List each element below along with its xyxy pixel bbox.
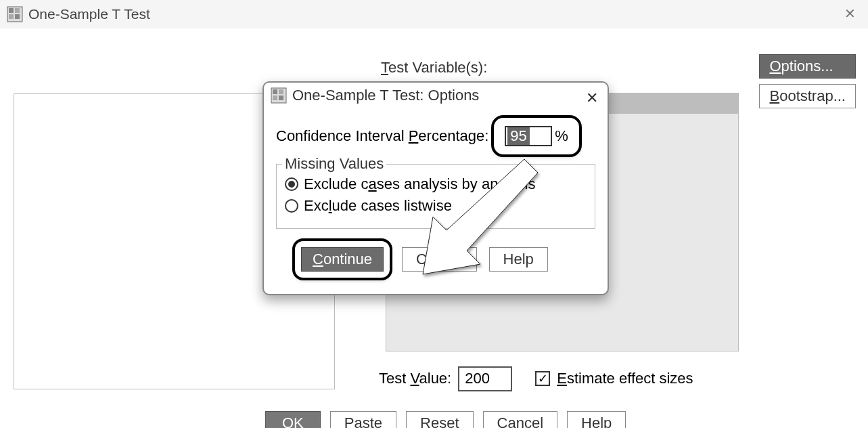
- spss-app-icon: [271, 87, 287, 104]
- test-variables-label: Test Variable(s):: [381, 59, 487, 77]
- options-dialog-title: One-Sample T Test: Options: [292, 87, 479, 104]
- main-window-title: One-Sample T Test: [28, 6, 150, 22]
- radio-icon: [285, 199, 298, 213]
- exclude-analysis-radio-row[interactable]: Exclude cases analysis by analysis: [285, 175, 587, 193]
- cancel-button[interactable]: Cancel: [483, 411, 557, 428]
- ok-button[interactable]: OK: [265, 411, 321, 428]
- options-titlebar: One-Sample T Test: Options ✕: [264, 83, 608, 108]
- svg-rect-2: [15, 8, 20, 13]
- close-icon[interactable]: ✕: [840, 5, 860, 22]
- options-dialog: One-Sample T Test: Options ✕ Confidence …: [262, 81, 609, 295]
- paste-button[interactable]: Paste: [330, 411, 396, 428]
- svg-rect-1: [9, 8, 14, 13]
- missing-values-legend: Missing Values: [282, 155, 386, 173]
- ci-label: Confidence Interval Percentage:: [276, 127, 488, 145]
- ci-percentage-input[interactable]: 95: [505, 126, 552, 146]
- svg-rect-11: [273, 89, 277, 94]
- options-help-button[interactable]: Help: [489, 247, 548, 272]
- estimate-effect-sizes-label: Estimate effect sizes: [557, 370, 693, 387]
- svg-rect-3: [9, 14, 14, 19]
- svg-rect-12: [279, 89, 283, 94]
- test-value-input[interactable]: 200: [458, 366, 512, 391]
- confidence-interval-row: Confidence Interval Percentage: 95 %: [276, 118, 595, 154]
- help-button[interactable]: Help: [567, 411, 626, 428]
- right-button-column: Options... Bootstrap...: [759, 54, 856, 108]
- continue-button-highlight: Continue: [295, 241, 390, 278]
- exclude-listwise-label: Exclude cases listwise: [304, 197, 452, 215]
- exclude-analysis-label: Exclude cases analysis by analysis: [304, 175, 535, 193]
- svg-rect-14: [279, 95, 283, 100]
- svg-rect-13: [273, 95, 277, 100]
- radio-icon: [285, 177, 298, 191]
- exclude-listwise-radio-row[interactable]: Exclude cases listwise: [285, 197, 587, 215]
- options-cancel-button[interactable]: Cancel: [402, 247, 476, 272]
- close-icon[interactable]: ✕: [586, 89, 598, 107]
- spss-app-icon: [7, 6, 23, 22]
- main-button-row: OK Paste Reset Cancel Help: [265, 411, 626, 428]
- continue-button[interactable]: Continue: [301, 247, 384, 272]
- options-button-row: Continue Cancel Help: [276, 238, 595, 288]
- test-value-row: Test Value: 200 ✓ Estimate effect sizes: [379, 366, 693, 391]
- missing-values-fieldset: Missing Values Exclude cases analysis by…: [276, 164, 595, 229]
- main-titlebar: One-Sample T Test ✕: [0, 0, 868, 28]
- svg-rect-4: [15, 14, 20, 19]
- ci-input-highlight: 95 %: [494, 118, 579, 154]
- test-value-label: Test Value:: [379, 370, 451, 387]
- bootstrap-button[interactable]: Bootstrap...: [759, 84, 856, 108]
- options-body: Confidence Interval Percentage: 95 % Mis…: [264, 108, 608, 294]
- reset-button[interactable]: Reset: [406, 411, 473, 428]
- ci-percent-label: %: [555, 127, 568, 145]
- options-button[interactable]: Options...: [759, 54, 856, 79]
- estimate-effect-sizes-checkbox[interactable]: ✓: [535, 371, 550, 386]
